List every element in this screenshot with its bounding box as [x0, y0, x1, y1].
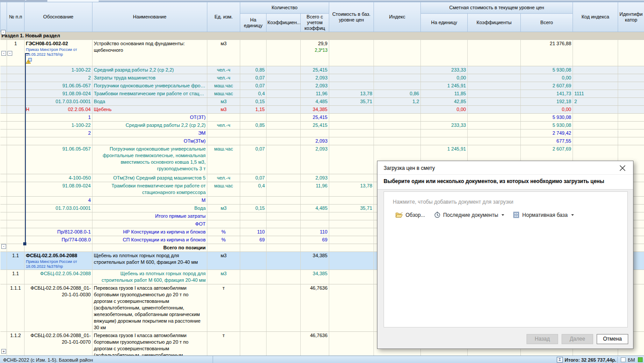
cell[interactable]: [267, 228, 301, 236]
cell[interactable]: [329, 284, 374, 332]
cell[interactable]: НР Конструкции из кирпича и блоков: [93, 228, 207, 236]
cell[interactable]: 11,96: [301, 182, 329, 197]
cell[interactable]: [7, 82, 25, 90]
cell[interactable]: 13,78: [329, 182, 374, 197]
cell[interactable]: [240, 244, 267, 252]
cell[interactable]: т: [207, 284, 240, 332]
cell[interactable]: [374, 122, 421, 129]
cell[interactable]: [573, 66, 618, 74]
cell[interactable]: [301, 197, 329, 205]
cell[interactable]: [329, 122, 374, 129]
cell[interactable]: [7, 145, 25, 174]
cell[interactable]: [374, 137, 421, 145]
cell[interactable]: 1.1.1: [7, 284, 25, 332]
cell[interactable]: [0, 252, 7, 270]
cell[interactable]: 0,00: [521, 74, 573, 82]
cell[interactable]: 34,385: [301, 106, 329, 114]
cell[interactable]: [7, 212, 25, 220]
cell[interactable]: [7, 205, 25, 212]
cell[interactable]: 2: [573, 98, 618, 106]
cell[interactable]: [329, 40, 374, 66]
cell[interactable]: [0, 106, 7, 114]
cell[interactable]: [329, 252, 374, 270]
cell[interactable]: 2 607,69: [521, 82, 573, 90]
cell[interactable]: ГЭСН08-01-002-02 Приказ Минстроя России …: [25, 40, 93, 66]
cell[interactable]: 42,85: [421, 98, 468, 106]
cell[interactable]: м3: [207, 270, 240, 284]
cell[interactable]: 233,33: [421, 66, 468, 74]
cell[interactable]: ФСБЦ-02.2.05.04-2088Приказ Минстроя Росс…: [25, 252, 93, 270]
cell[interactable]: Перевозка грузов I класса автомобилями б…: [93, 284, 207, 332]
cell[interactable]: [573, 74, 618, 82]
cell[interactable]: 0,07: [240, 174, 267, 182]
cell[interactable]: [0, 174, 7, 182]
cell[interactable]: [0, 137, 7, 145]
cell[interactable]: 91.06.05-057: [25, 82, 93, 90]
cell[interactable]: [468, 114, 521, 122]
cell[interactable]: 35,71: [329, 98, 374, 106]
cell[interactable]: [25, 220, 93, 228]
cell[interactable]: ОТм(Зтм) Средний разряд машинистов 5: [93, 174, 207, 182]
cell[interactable]: [25, 137, 93, 145]
cell[interactable]: [329, 197, 374, 205]
cell[interactable]: [0, 122, 7, 129]
cell[interactable]: %: [207, 236, 240, 244]
cell[interactable]: 69: [240, 236, 267, 244]
cell[interactable]: [421, 137, 468, 145]
cell[interactable]: маш.час: [207, 145, 240, 174]
cell[interactable]: 0,15: [240, 205, 267, 212]
cell[interactable]: [0, 182, 7, 197]
cell[interactable]: 1: [25, 114, 93, 122]
cell[interactable]: [468, 66, 521, 74]
cell[interactable]: [0, 220, 7, 228]
cell[interactable]: [7, 106, 25, 114]
cell[interactable]: [240, 40, 267, 66]
cell[interactable]: [7, 129, 25, 137]
cell[interactable]: [0, 98, 7, 106]
cell[interactable]: [267, 106, 301, 114]
cell[interactable]: [0, 205, 7, 212]
cell[interactable]: [207, 129, 240, 137]
cell[interactable]: [329, 114, 374, 122]
cell[interactable]: Средний разряд работы 2,2 (ср 2,2): [93, 122, 207, 129]
cell[interactable]: 110: [240, 228, 267, 236]
cell[interactable]: [0, 90, 7, 98]
cell[interactable]: 11,85: [421, 90, 468, 98]
cell[interactable]: м3: [207, 252, 240, 270]
cell[interactable]: [7, 174, 25, 182]
cell[interactable]: [468, 40, 521, 66]
cell[interactable]: 0,4: [240, 182, 267, 197]
cell[interactable]: 2: [25, 74, 93, 82]
cell[interactable]: [329, 82, 374, 90]
cell[interactable]: 13,78: [329, 90, 374, 98]
cell[interactable]: Погрузчики одноковшовые универсальные фр…: [93, 145, 207, 174]
cell[interactable]: 91.08.09-024: [25, 90, 93, 98]
cell[interactable]: 0,85: [240, 66, 267, 74]
cell[interactable]: м3: [207, 106, 240, 114]
cell[interactable]: 141,73: [521, 90, 573, 98]
cell[interactable]: [468, 74, 521, 82]
cell[interactable]: Всего по позиции: [93, 244, 207, 252]
cell[interactable]: [374, 114, 421, 122]
cell[interactable]: ЭМ: [93, 129, 207, 137]
cell[interactable]: 677,55: [521, 137, 573, 145]
cell[interactable]: [468, 90, 521, 98]
cell[interactable]: [329, 270, 374, 284]
cell[interactable]: ОТм(ЗТм): [93, 137, 207, 145]
cell[interactable]: [0, 212, 7, 220]
cell[interactable]: 01.7.03.01-0001: [25, 98, 93, 106]
cell[interactable]: 4,485: [301, 98, 329, 106]
cell[interactable]: М: [93, 197, 207, 205]
cell[interactable]: 5 930,08: [521, 66, 573, 74]
cell[interactable]: маш.час: [207, 90, 240, 98]
cell[interactable]: Щебень из плотных горных пород для строи…: [93, 252, 207, 270]
cell[interactable]: [240, 197, 267, 205]
cell[interactable]: [374, 82, 421, 90]
cell[interactable]: [329, 66, 374, 74]
cell[interactable]: [618, 98, 644, 106]
collapse-section-button[interactable]: -: [1, 30, 6, 35]
status-normative-base[interactable]: ФСНБ-2022 (с Изм. 1-5). Базовый район: [0, 356, 213, 363]
cell[interactable]: 1,15: [240, 106, 267, 114]
cell[interactable]: 1,2: [374, 98, 421, 106]
cell[interactable]: 192,18: [521, 98, 573, 106]
